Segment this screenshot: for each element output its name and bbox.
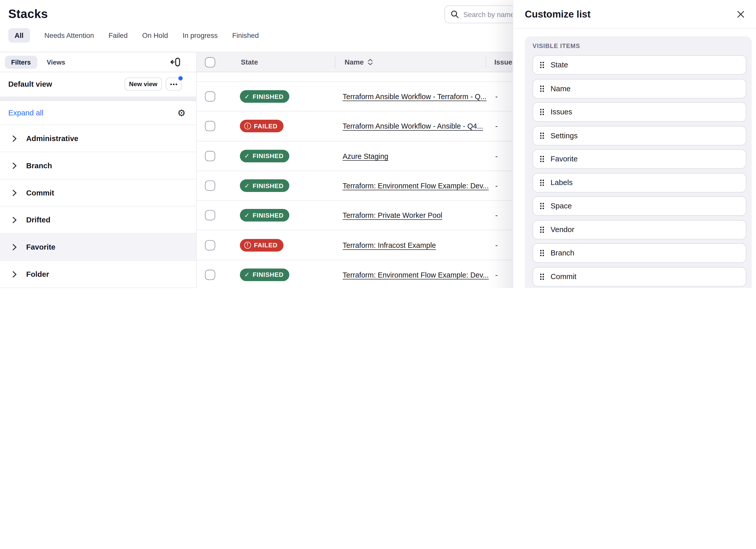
issues-value: - (495, 93, 498, 101)
drag-handle[interactable] (540, 203, 544, 209)
expand-all-link[interactable]: Expand all (8, 108, 43, 117)
drag-handle[interactable] (540, 250, 544, 256)
issues-cell: - (495, 271, 498, 279)
row-checkbox[interactable] (205, 210, 215, 220)
check-icon: ✓ (244, 182, 250, 189)
view-more-button[interactable] (166, 78, 182, 90)
tab-on-hold[interactable]: On Hold (142, 32, 168, 39)
visible-item-commit[interactable]: Commit (533, 267, 746, 286)
tab-views[interactable]: Views (47, 58, 65, 66)
close-icon[interactable] (737, 10, 745, 18)
row-checkbox[interactable] (205, 270, 215, 280)
gear-icon[interactable]: ⚙ (177, 108, 186, 117)
visible-item-label: Labels (550, 178, 573, 187)
stack-name-link[interactable]: Terraform: Infracost Example (343, 241, 436, 249)
stack-name-link[interactable]: Terraform: Environment Flow Example: Dev… (343, 181, 489, 190)
drag-handle-icon (540, 132, 544, 139)
visible-item-vendor[interactable]: Vendor (533, 220, 746, 239)
drag-handle-icon (540, 250, 544, 256)
visible-item-favorite[interactable]: Favorite (533, 149, 746, 169)
filter-section-drifted[interactable]: Drifted (0, 206, 196, 234)
drag-handle-icon (540, 179, 544, 186)
visible-item-labels[interactable]: Labels (533, 173, 746, 192)
stack-name-link[interactable]: Terraform: Environment Flow Example: Dev… (343, 271, 489, 279)
panel-header: Customize list (513, 0, 756, 29)
visible-items-card: VISIBLE ITEMS StateNameIssuesSettingsFav… (525, 36, 751, 288)
row-checkbox[interactable] (205, 91, 215, 102)
visible-item-name[interactable]: Name (533, 79, 746, 98)
visible-item-label: Commit (550, 272, 576, 281)
drag-handle[interactable] (540, 226, 544, 233)
status-label: FAILED (254, 241, 277, 249)
drag-handle[interactable] (540, 62, 544, 68)
status-badge: ✓FINISHED (240, 268, 289, 281)
visible-item-label: Vendor (550, 225, 574, 234)
search-icon (451, 10, 459, 18)
sidebar-toolbar: Filters Views (0, 52, 196, 72)
issues-value: - (495, 211, 498, 219)
new-view-button[interactable]: New view (125, 78, 162, 90)
status-badge: !FAILED (240, 239, 283, 251)
column-header-state: State (241, 58, 258, 66)
filter-section-commit[interactable]: Commit (0, 179, 196, 207)
drag-handle[interactable] (540, 132, 544, 139)
tab-in-progress[interactable]: In progress (182, 32, 218, 39)
customize-list-panel: Customize list VISIBLE ITEMS StateNameIs… (513, 0, 756, 288)
stack-name-link[interactable]: Terraform Ansible Workflow - Terraform -… (343, 93, 486, 101)
chevron-right-icon (12, 271, 17, 278)
tab-all[interactable]: All (8, 28, 30, 43)
stack-name-link[interactable]: Terraform Ansible Workflow - Ansible - Q… (343, 122, 483, 130)
ellipsis-icon (170, 83, 177, 85)
filter-section-folder[interactable]: Folder (0, 261, 196, 288)
row-checkbox[interactable] (205, 240, 215, 250)
visible-item-branch[interactable]: Branch (533, 243, 746, 263)
column-header-name[interactable]: Name (345, 58, 373, 66)
tab-finished[interactable]: Finished (232, 32, 259, 39)
visible-item-space[interactable]: Space (533, 196, 746, 216)
check-icon: ✓ (244, 152, 250, 160)
issues-cell: - (495, 181, 498, 190)
filter-section-administrative[interactable]: Administrative (0, 125, 196, 152)
issues-value: - (495, 241, 498, 249)
check-icon: ✓ (244, 271, 250, 279)
visible-items-label: VISIBLE ITEMS (533, 43, 580, 50)
drag-handle[interactable] (540, 156, 544, 162)
expand-all-row: Expand all ⚙ (0, 101, 196, 125)
visible-item-issues[interactable]: Issues (533, 102, 746, 121)
row-checkbox[interactable] (205, 180, 215, 191)
status-badge: ✓FINISHED (240, 150, 289, 162)
filter-section-favorite[interactable]: Favorite (0, 234, 196, 261)
filter-section-label: Branch (26, 161, 52, 170)
tab-failed[interactable]: Failed (109, 32, 128, 39)
filter-section-branch[interactable]: Branch (0, 152, 196, 179)
chevron-right-icon (12, 135, 17, 142)
collapse-sidebar-icon[interactable] (169, 57, 181, 67)
issues-cell: - (495, 241, 498, 249)
status-label: FINISHED (253, 271, 284, 279)
visible-item-state[interactable]: State (533, 55, 746, 74)
filter-section-label: Favorite (26, 242, 55, 251)
issues-value: - (495, 181, 498, 190)
tab-bar: AllNeeds AttentionFailedOn HoldIn progre… (8, 28, 259, 43)
chevron-right-icon (12, 216, 17, 223)
stack-name-link[interactable]: Terraform: Private Worker Pool (343, 211, 442, 219)
stack-name-link[interactable]: Azure Staging (343, 152, 388, 160)
drag-handle[interactable] (540, 85, 544, 92)
status-badge: ✓FINISHED (240, 209, 289, 222)
issues-cell: - (495, 122, 498, 130)
tab-filters[interactable]: Filters (5, 55, 37, 68)
filter-section-label: Drifted (26, 216, 50, 224)
issues-value: - (495, 271, 498, 279)
row-checkbox[interactable] (205, 151, 215, 161)
select-all-checkbox[interactable] (205, 57, 215, 67)
status-label: FAILED (254, 123, 277, 130)
check-icon: ✓ (244, 212, 250, 219)
visible-item-settings[interactable]: Settings (533, 126, 746, 145)
drag-handle[interactable] (540, 273, 544, 280)
drag-handle[interactable] (540, 179, 544, 186)
row-checkbox[interactable] (205, 121, 215, 131)
tab-needs-attention[interactable]: Needs Attention (44, 32, 94, 39)
default-view-row: Default view New view (0, 72, 196, 96)
issues-value: - (495, 122, 498, 130)
drag-handle[interactable] (540, 109, 544, 115)
